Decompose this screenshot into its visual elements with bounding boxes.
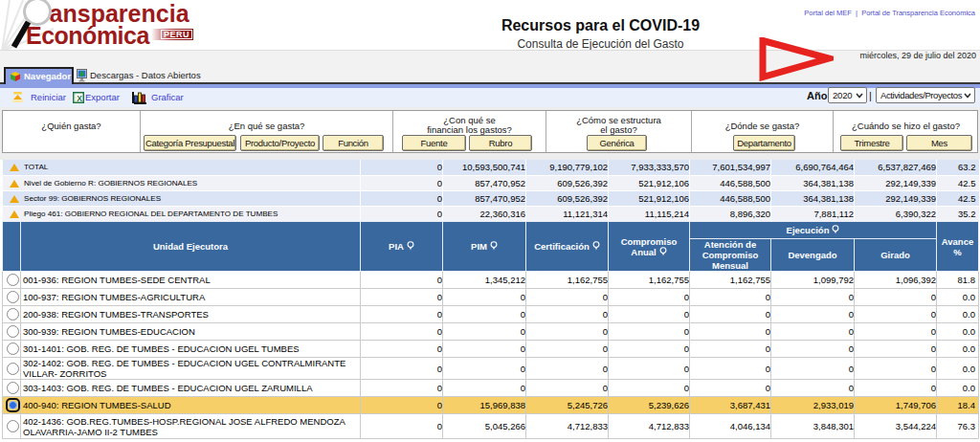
svg-text:X: X bbox=[77, 94, 82, 103]
